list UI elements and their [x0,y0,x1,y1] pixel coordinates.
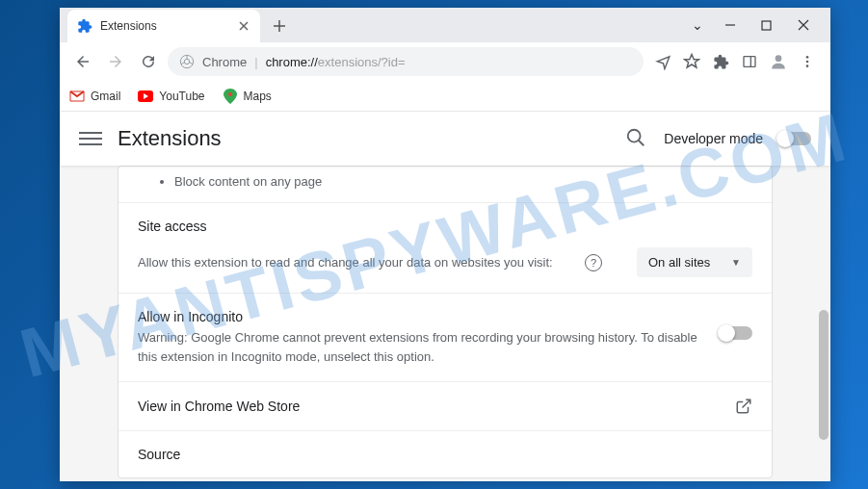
svg-point-10 [228,92,232,96]
bookmark-maps[interactable]: Maps [223,89,272,104]
sidepanel-icon [742,54,757,69]
extensions-button[interactable] [711,52,730,71]
incognito-toggle[interactable] [720,326,752,340]
menu-button[interactable] [798,52,817,71]
site-access-label: Allow this extension to read and change … [138,255,577,270]
bookmark-label: Gmail [91,90,120,103]
chrome-icon [179,54,195,69]
close-icon [798,19,809,31]
svg-rect-3 [744,57,755,67]
bookmark-youtube[interactable]: YouTube [138,89,204,104]
toolbar-icons [649,52,821,71]
developer-mode-label: Developer mode [664,131,763,146]
profile-button[interactable] [769,52,788,71]
source-section: Source [118,430,772,477]
incognito-title: Allow in Incognito [138,309,704,324]
bookmarks-bar: Gmail YouTube Maps [60,81,830,112]
search-icon [625,127,646,148]
developer-mode-toggle[interactable] [778,132,811,145]
web-store-label: View in Chrome Web Store [138,399,720,414]
address-url: chrome://extensions/?id= [266,55,406,69]
site-access-section: Site access Allow this extension to read… [118,202,772,293]
incognito-section: Allow in Incognito Warning: Google Chrom… [118,293,772,381]
kebab-icon [800,54,815,69]
open-external-icon [735,398,752,415]
incognito-warning: Warning: Google Chrome cannot prevent ex… [138,328,704,366]
page-title: Extensions [118,126,222,151]
address-separator: | [254,55,257,69]
scrollbar-track [819,166,829,481]
toolbar: Chrome | chrome://extensions/?id= [60,42,830,81]
site-access-title: Site access [138,219,752,234]
search-button[interactable] [625,127,648,150]
permission-bullet: Block content on any page [174,167,752,202]
address-scheme: Chrome [202,55,247,69]
svg-line-12 [639,141,644,146]
back-button[interactable] [69,48,96,75]
menu-toggle[interactable] [79,127,102,150]
star-icon [683,53,700,70]
profile-icon [769,52,788,71]
bookmark-button[interactable] [682,52,701,71]
svg-point-11 [628,130,641,142]
share-button[interactable] [653,52,672,71]
youtube-icon [138,89,153,104]
svg-rect-0 [762,21,771,30]
chevron-down-icon: ▼ [731,257,741,268]
reload-icon [140,53,157,70]
svg-point-5 [776,55,782,62]
extensions-header: Extensions Developer mode [60,112,830,166]
new-tab-button[interactable] [266,13,293,39]
arrow-left-icon [74,53,92,70]
share-icon [655,54,671,70]
bookmark-label: Maps [244,90,272,103]
sidepanel-button[interactable] [740,52,759,71]
close-window-button[interactable] [798,19,817,31]
maximize-button[interactable] [761,20,780,31]
svg-point-6 [806,56,809,59]
svg-point-8 [806,64,809,67]
reload-button[interactable] [135,48,162,75]
bookmark-gmail[interactable]: Gmail [69,89,120,104]
forward-button[interactable] [102,48,129,75]
help-icon[interactable]: ? [585,254,602,271]
site-access-dropdown[interactable]: On all sites ▼ [637,247,752,277]
titlebar: Extensions ⌄ [60,8,830,42]
dropdown-value: On all sites [648,255,710,270]
extension-detail-card: Block content on any page Site access Al… [118,166,773,478]
extension-icon [77,18,92,34]
close-icon [239,21,249,31]
address-bar[interactable]: Chrome | chrome://extensions/?id= [168,47,644,76]
svg-point-2 [184,59,189,64]
scrollbar-thumb[interactable] [819,310,829,440]
maps-icon [223,89,238,104]
browser-tab[interactable]: Extensions [67,10,260,42]
bookmark-label: YouTube [159,90,204,103]
source-title: Source [138,447,752,462]
puzzle-icon [713,54,729,70]
browser-window: Extensions ⌄ [60,8,830,481]
window-controls: ⌄ [674,8,830,42]
gmail-icon [69,89,85,104]
svg-point-7 [806,61,809,64]
maximize-icon [761,20,772,31]
tab-close-button[interactable] [237,19,250,33]
plus-icon [273,19,286,33]
minimize-icon [724,19,736,31]
chevron-down-icon[interactable]: ⌄ [688,17,707,33]
content-area[interactable]: Block content on any page Site access Al… [60,166,830,481]
tab-title: Extensions [100,19,157,33]
arrow-right-icon [107,53,124,70]
minimize-button[interactable] [724,19,744,31]
web-store-link[interactable]: View in Chrome Web Store [118,381,772,430]
